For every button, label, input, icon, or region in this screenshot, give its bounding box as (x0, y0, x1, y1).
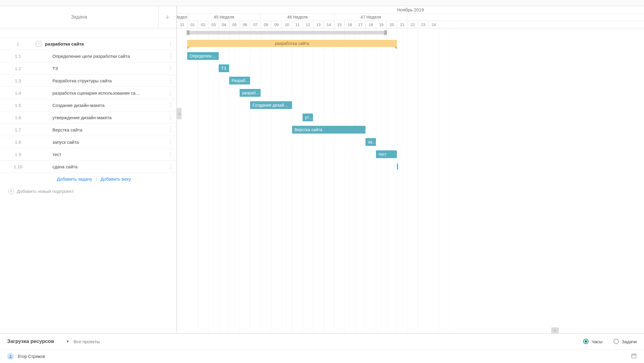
day-header: 18 (365, 21, 376, 28)
task-menu-icon[interactable]: ⋮ (167, 139, 173, 145)
add-milestone-link[interactable]: Добавить веху (101, 176, 131, 182)
add-subproject-button[interactable]: +Добавить новый подпроект (0, 185, 176, 197)
task-menu-icon[interactable]: ⋮ (167, 77, 173, 84)
day-header: 05 (229, 21, 240, 28)
gantt-milestone[interactable] (397, 164, 398, 170)
gantt-task-bar[interactable]: ТЗ (219, 64, 229, 72)
collapse-left-panel-button[interactable]: ◁ (177, 108, 182, 119)
gantt-task-bar[interactable]: Создание дизай… (250, 101, 292, 109)
task-id: 1.4 (0, 90, 36, 96)
day-header: 15 (334, 21, 344, 28)
day-header: 21 (397, 21, 407, 28)
task-id: 1.3 (0, 78, 36, 83)
task-row[interactable]: 1.6утверждение дизайн-макета⋮ (0, 111, 176, 124)
plus-circle-icon: + (8, 189, 14, 194)
task-row[interactable]: 1.3Разработка структуры сайта⋮ (0, 75, 176, 87)
task-row[interactable]: 1.4разработка сценария использования са…… (0, 87, 176, 99)
day-header: 01 (187, 21, 198, 28)
gantt-task-bar[interactable]: Разраб… (229, 77, 250, 84)
day-header: 17 (355, 21, 365, 28)
gantt-panel: Ноябрь 2019 Неделя45 Неделя46 Неделя47 Н… (177, 6, 644, 333)
task-menu-icon[interactable]: ⋮ (167, 163, 173, 170)
range-handle-left[interactable] (187, 30, 190, 35)
task-id: 1.2 (0, 66, 36, 71)
collapse-toggle[interactable]: − (36, 41, 41, 46)
top-toolbar (0, 0, 644, 6)
task-id: 1.5 (0, 103, 36, 108)
gantt-parent-bar[interactable]: разработка сайта (187, 40, 397, 47)
gantt-task-bar[interactable]: Верстка сайта (292, 126, 365, 134)
task-id: 1.6 (0, 115, 36, 120)
day-header: 02 (198, 21, 208, 28)
user-avatar (7, 353, 14, 360)
day-header: 31 (177, 21, 187, 28)
task-name: Разработка структуры сайта (36, 78, 167, 83)
day-header: 06 (240, 21, 250, 28)
resource-title: Загрузка ресурсов (7, 338, 54, 344)
month-header: Ноябрь 2019 (177, 6, 644, 14)
gantt-task-bar[interactable]: за… (365, 138, 376, 146)
gantt-task-bar[interactable]: разраб… (240, 89, 261, 97)
radio-tasks[interactable]: Задачи (613, 339, 637, 344)
task-menu-icon[interactable]: ⋮ (167, 40, 173, 47)
task-id: 1.10 (0, 164, 36, 169)
task-name: Определение цели разработки сайта (36, 54, 167, 59)
day-header: 12 (303, 21, 313, 28)
filter-label[interactable]: Все проекты (74, 339, 100, 344)
day-header: 20 (386, 21, 397, 28)
day-header: 23 (418, 21, 428, 28)
task-name: разработка сценария использования са… (36, 90, 167, 96)
task-row[interactable]: 1.7Верстка сайта⋮ (0, 124, 176, 136)
task-row[interactable]: 1.2ТЗ⋮ (0, 62, 176, 75)
gantt-task-bar[interactable]: ут… (303, 114, 313, 121)
radio-hours[interactable]: Часы (583, 339, 603, 344)
day-header: 16 (344, 21, 355, 28)
day-header: 14 (323, 21, 334, 28)
add-column-button[interactable]: + (158, 6, 176, 28)
task-menu-icon[interactable]: ⋮ (167, 151, 173, 158)
task-menu-icon[interactable]: ⋮ (167, 90, 173, 96)
task-row[interactable]: 1−разработка сайта⋮ (0, 38, 176, 50)
range-handle-right[interactable] (384, 30, 387, 35)
day-header: 13 (313, 21, 323, 28)
task-row[interactable]: 1.8запуск сайта⋮ (0, 136, 176, 148)
task-name: ТЗ (36, 66, 167, 71)
task-row[interactable]: 1.9тест⋮ (0, 148, 176, 161)
filter-dropdown-icon[interactable]: ▼ (66, 340, 69, 343)
week-header: Неделя (177, 14, 187, 21)
day-header: 03 (208, 21, 219, 28)
task-row[interactable]: 1.1Определение цели разработки сайта⋮ (0, 50, 176, 62)
task-menu-icon[interactable]: ⋮ (167, 65, 173, 72)
week-header: 46 Неделя (261, 14, 334, 21)
day-header: 11 (292, 21, 303, 28)
user-name: Егор Стрижов (18, 354, 45, 359)
day-header: 24 (428, 21, 439, 28)
resource-footer: Загрузка ресурсов ▼ Все проекты Часы Зад… (0, 333, 644, 363)
add-task-link[interactable]: Добавить задачу (57, 176, 92, 182)
task-id: 1.1 (0, 54, 36, 59)
day-header: 19 (376, 21, 386, 28)
task-id: 1 (0, 41, 36, 46)
task-menu-icon[interactable]: ⋮ (167, 102, 173, 108)
task-row[interactable]: 1.5Создание дизайн-макета⋮ (0, 99, 176, 111)
expand-down-button[interactable]: ▽ (551, 327, 559, 333)
calendar-icon[interactable] (631, 353, 637, 360)
task-list-panel: Задача + 1−разработка сайта⋮1.1Определен… (0, 6, 177, 333)
gantt-task-bar[interactable]: тест (376, 150, 397, 158)
task-menu-icon[interactable]: ⋮ (167, 114, 173, 121)
task-name: утверждение дизайн-макета (36, 115, 167, 120)
day-header: 09 (271, 21, 282, 28)
week-header: 45 Неделя (187, 14, 261, 21)
task-menu-icon[interactable]: ⋮ (167, 126, 173, 133)
task-name: Создание дизайн-макета (36, 103, 167, 108)
gantt-task-bar[interactable]: Определен… (187, 52, 219, 60)
task-row[interactable]: 1.10сдача сайта⋮ (0, 161, 176, 173)
svg-rect-1 (632, 354, 636, 358)
timeline-range-bar[interactable] (187, 31, 386, 34)
task-column-header: Задача (0, 6, 158, 28)
task-name: запуск сайта (36, 140, 167, 145)
task-name: тест (36, 152, 167, 157)
task-id: 1.9 (0, 152, 36, 157)
task-menu-icon[interactable]: ⋮ (167, 53, 173, 59)
week-header: 47 Неделя (334, 14, 407, 21)
